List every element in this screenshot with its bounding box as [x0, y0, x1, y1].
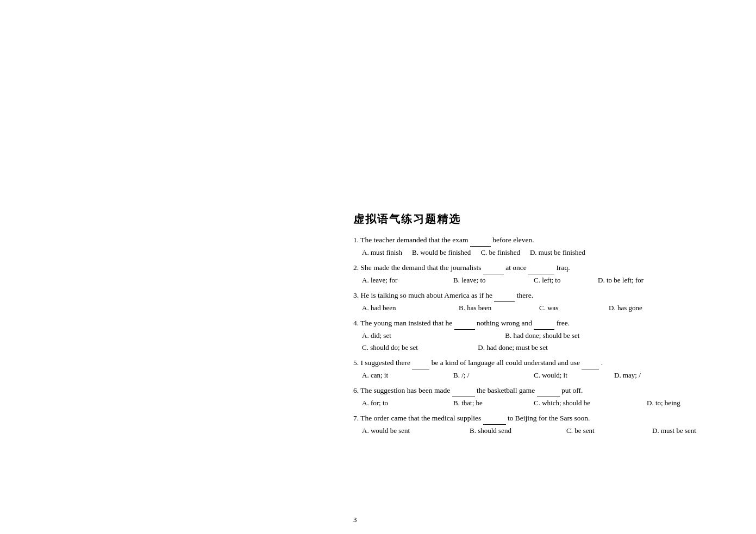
- page: 虚拟语气练习题精选 1. The teacher demanded that t…: [0, 0, 756, 534]
- page-number: 3: [353, 516, 357, 524]
- q1-option-c: C. be finished: [480, 247, 520, 259]
- question-7: 7. The order came that the medical suppl…: [353, 412, 734, 437]
- question-7-options: A. would be sent B. should send C. be se…: [353, 425, 734, 437]
- q5-option-c: C. would; it: [534, 369, 604, 381]
- question-3-text: 3. He is talking so much about America a…: [353, 290, 734, 302]
- q6-option-d: D. to; being: [647, 397, 680, 409]
- q4-option-a: A. did; set: [362, 330, 503, 342]
- q4-options-line2: C. should do; be set D. had done; must b…: [362, 342, 734, 354]
- question-6-text: 6. The suggestion has been made the bask…: [353, 385, 734, 397]
- q3-option-d: D. has gone: [609, 302, 642, 314]
- q7-option-d: D. must be sent: [652, 425, 696, 437]
- q2-option-a: A. leave; for: [362, 274, 443, 286]
- question-2: 2. She made the demand that the journali…: [353, 262, 734, 286]
- content-area: 虚拟语气练习题精选 1. The teacher demanded that t…: [353, 212, 734, 440]
- q3-option-a: A. had been: [362, 302, 449, 314]
- q6-option-c: C. which; should be: [534, 397, 637, 409]
- q4-options-line1: A. did; set B. had done; should be set: [362, 330, 734, 342]
- question-6-options: A. for; to B. that; be C. which; should …: [353, 397, 734, 409]
- question-4: 4. The young man insisted that he nothin…: [353, 317, 734, 354]
- question-6: 6. The suggestion has been made the bask…: [353, 385, 734, 409]
- q1-option-a: A. must finish: [362, 247, 402, 259]
- q1-option-d: D. must be finished: [530, 247, 585, 259]
- q5-option-b: B. /; /: [453, 369, 524, 381]
- q2-option-c: C. left; to: [534, 274, 588, 286]
- q2-option-d: D. to be left; for: [598, 274, 643, 286]
- q7-option-c: C. be sent: [566, 425, 642, 437]
- q4-option-b: B. had done; should be set: [505, 331, 579, 340]
- question-4-text: 4. The young man insisted that he nothin…: [353, 317, 734, 330]
- question-1-options: A. must finish B. would be finished C. b…: [353, 247, 734, 259]
- question-2-options: A. leave; for B. leave; to C. left; to D…: [353, 274, 734, 286]
- q1-option-b: B. would be finished: [412, 247, 471, 259]
- q5-option-a: A. can; it: [362, 369, 443, 381]
- question-5-options: A. can; it B. /; / C. would; it D. may; …: [353, 369, 734, 381]
- question-1-text: 1. The teacher demanded that the exam be…: [353, 234, 734, 247]
- q4-option-d: D. had done; must be set: [478, 343, 548, 351]
- q6-option-b: B. that; be: [453, 397, 524, 409]
- question-5-text: 5. I suggested there be a kind of langua…: [353, 357, 734, 369]
- q3-option-c: C. was: [539, 302, 599, 314]
- q2-option-b: B. leave; to: [453, 274, 524, 286]
- q5-option-d: D. may; /: [614, 369, 641, 381]
- question-2-text: 2. She made the demand that the journali…: [353, 262, 734, 274]
- question-5: 5. I suggested there be a kind of langua…: [353, 357, 734, 381]
- question-4-options: A. did; set B. had done; should be set C…: [353, 330, 734, 354]
- q7-option-a: A. would be sent: [362, 425, 460, 437]
- question-3: 3. He is talking so much about America a…: [353, 290, 734, 314]
- question-7-text: 7. The order came that the medical suppl…: [353, 412, 734, 425]
- q4-option-c: C. should do; be set: [362, 342, 476, 354]
- question-1: 1. The teacher demanded that the exam be…: [353, 234, 734, 259]
- q3-option-b: B. has been: [459, 302, 529, 314]
- q7-option-b: B. should send: [470, 425, 557, 437]
- question-3-options: A. had been B. has been C. was D. has go…: [353, 302, 734, 314]
- page-title: 虚拟语气练习题精选: [353, 212, 734, 227]
- q6-option-a: A. for; to: [362, 397, 443, 409]
